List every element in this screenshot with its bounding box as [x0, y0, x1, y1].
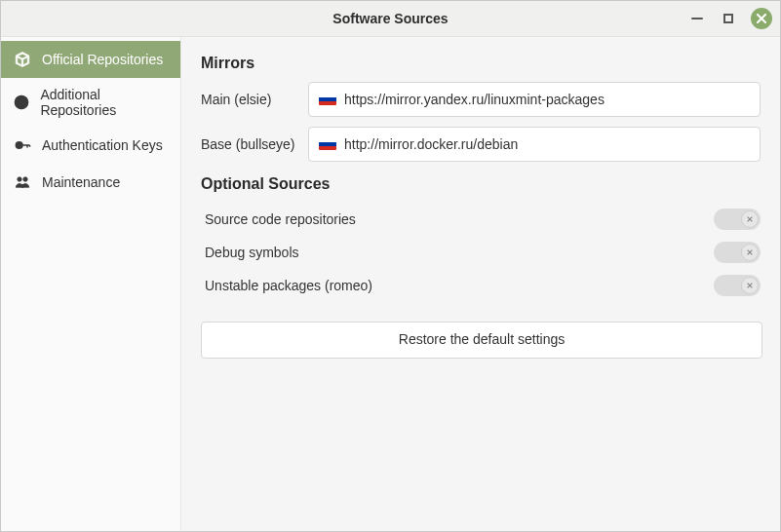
maximize-button[interactable]: [720, 10, 737, 27]
flag-ru-icon: [319, 138, 336, 150]
toggle-knob: [741, 210, 759, 228]
optional-row-debug-symbols: Debug symbols: [201, 236, 761, 269]
window-body: Official Repositories Additional Reposit…: [1, 37, 780, 531]
optional-row-source-code: Source code repositories: [201, 203, 761, 236]
restore-defaults-button[interactable]: Restore the default settings: [201, 322, 762, 359]
maximize-icon: [723, 14, 733, 23]
sidebar-item-official-repositories[interactable]: Official Repositories: [1, 41, 180, 78]
sidebar-item-additional-repositories[interactable]: Additional Repositories: [1, 78, 180, 127]
mirror-base-field[interactable]: http://mirror.docker.ru/debian: [308, 127, 761, 162]
mirror-base-label: Base (bullseye): [201, 136, 298, 152]
mirrors-heading: Mirrors: [201, 55, 761, 72]
globe-icon: [13, 93, 30, 112]
svg-point-4: [16, 142, 22, 149]
optional-sources-heading: Optional Sources: [201, 175, 761, 193]
software-sources-window: Software Sources Official Repositories A…: [0, 0, 781, 532]
sidebar-item-authentication-keys[interactable]: Authentication Keys: [1, 127, 180, 164]
optional-row-unstable-packages: Unstable packages (romeo): [201, 269, 761, 302]
mirror-row-base: Base (bullseye) http://mirror.docker.ru/…: [201, 127, 761, 162]
sidebar-item-label: Additional Repositories: [40, 87, 169, 118]
toggle-knob: [741, 244, 759, 261]
main-content: Mirrors Main (elsie) https://mirror.yand…: [181, 37, 780, 531]
sidebar-item-label: Maintenance: [42, 174, 120, 190]
mirror-base-url: http://mirror.docker.ru/debian: [344, 136, 518, 152]
mirror-main-field[interactable]: https://mirror.yandex.ru/linuxmint-packa…: [308, 82, 761, 117]
mirror-main-label: Main (elsie): [201, 92, 298, 107]
x-icon: [746, 282, 754, 289]
package-icon: [13, 50, 32, 69]
optional-debug-symbols-label: Debug symbols: [205, 245, 299, 260]
minimize-button[interactable]: [688, 10, 706, 27]
sidebar-item-maintenance[interactable]: Maintenance: [1, 164, 180, 201]
close-button[interactable]: [751, 8, 772, 29]
window-controls: [688, 1, 772, 36]
sidebar-item-label: Authentication Keys: [42, 137, 163, 153]
svg-point-6: [23, 177, 28, 182]
mirror-row-main: Main (elsie) https://mirror.yandex.ru/li…: [201, 82, 761, 117]
minimize-icon: [691, 18, 703, 19]
svg-point-5: [18, 177, 22, 182]
toggle-knob: [741, 277, 759, 294]
optional-unstable-packages-label: Unstable packages (romeo): [205, 278, 372, 293]
optional-source-code-label: Source code repositories: [205, 211, 356, 227]
flag-ru-icon: [319, 94, 336, 105]
gear-users-icon: [13, 172, 32, 192]
mirror-main-url: https://mirror.yandex.ru/linuxmint-packa…: [344, 92, 605, 107]
toggle-debug-symbols[interactable]: [714, 242, 761, 263]
toggle-source-code[interactable]: [714, 209, 761, 230]
titlebar: Software Sources: [1, 1, 780, 37]
key-icon: [13, 135, 32, 155]
toggle-unstable-packages[interactable]: [714, 275, 761, 296]
close-icon: [757, 14, 766, 23]
sidebar: Official Repositories Additional Reposit…: [1, 37, 181, 531]
window-title: Software Sources: [332, 11, 448, 26]
x-icon: [746, 215, 754, 223]
sidebar-item-label: Official Repositories: [42, 52, 163, 67]
x-icon: [746, 248, 754, 256]
